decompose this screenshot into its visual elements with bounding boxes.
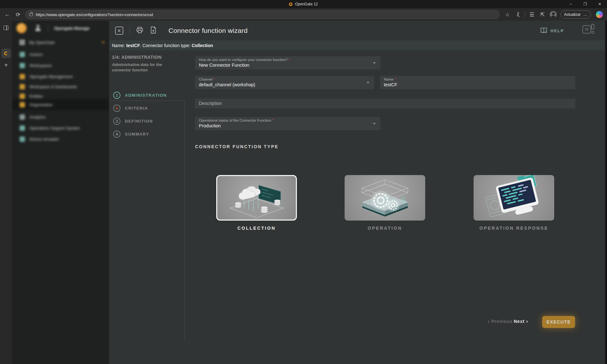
operational-status-select[interactable]: Operational status of the Connector Func… [195, 117, 380, 130]
export-document-icon[interactable] [150, 27, 156, 35]
close-wizard-icon[interactable]: ✕ [115, 27, 123, 35]
channel-select[interactable]: Channel* default_channel (workshop) [195, 76, 374, 89]
print-icon[interactable] [136, 27, 143, 35]
tab-panel-icon[interactable] [2, 24, 10, 32]
sidebar-item-operations-support[interactable]: Operations Support System [12, 123, 109, 133]
sidebar-item-workspace-dashboards[interactable]: Workspace & Dashboards [12, 82, 109, 92]
subtitle-name-label: Name: [112, 43, 126, 48]
svg-text:?: ? [545, 31, 546, 34]
sidebar-item-workspaces[interactable]: Workspaces [12, 60, 109, 70]
device-emulator-icon [20, 136, 25, 142]
step-criteria[interactable]: ✕ CRITERIA [113, 105, 148, 112]
description-placeholder: Description [199, 99, 572, 108]
browser-essentials-icon[interactable]: ξ [513, 11, 524, 18]
toolbar-divider [525, 12, 525, 17]
opengate-favicon-icon [289, 3, 292, 6]
previous-button[interactable]: ‹ Previous [488, 318, 512, 324]
step-4-circle: 4 [113, 130, 120, 138]
step-1-circle: 1 [113, 92, 120, 99]
favorites-star-icon[interactable]: ☆ [502, 11, 513, 18]
dashboards-icon [20, 84, 25, 89]
step-description: Administrative data for the connector fu… [112, 62, 178, 73]
restore-button[interactable]: ❐ [578, 0, 592, 8]
screen: OpenGate 12 – ❐ ✕ ← ⟳ https://www.openga… [0, 0, 607, 364]
step-definition[interactable]: 3 DEFINITION [113, 118, 153, 125]
sidebar-item-actions[interactable]: Actions [12, 49, 109, 59]
wizard-title: Connector function wizard [169, 27, 248, 34]
lock-icon [29, 13, 33, 16]
wizard-subtitle-bar: Name: testCF. Connector function type: C… [109, 40, 605, 50]
minimize-button[interactable]: – [563, 0, 578, 8]
user-icon[interactable] [35, 25, 41, 31]
step-summary[interactable]: 4 SUMMARY [113, 130, 149, 138]
profile-avatar[interactable] [550, 11, 557, 18]
grid-icon [20, 40, 25, 45]
next-button[interactable]: Next › [514, 318, 528, 324]
description-input[interactable]: Description [195, 99, 575, 108]
new-tab-plus-icon[interactable]: + [2, 61, 10, 69]
type-card-operation-response[interactable] [474, 175, 554, 221]
share-icon[interactable]: ⇱ [537, 11, 548, 18]
step-administration[interactable]: 1 ADMINISTRATION [113, 92, 167, 99]
help-button[interactable]: ? HELP [540, 21, 564, 40]
back-icon[interactable]: ← [2, 11, 13, 18]
management-icon [20, 74, 25, 79]
address-bar[interactable]: https://www.opengate.es/configurations?s… [25, 10, 500, 19]
required-asterisk: * [272, 118, 273, 122]
add-icon[interactable]: + [102, 39, 105, 45]
help-book-icon: ? [540, 27, 548, 34]
configure-mode-select[interactable]: How do you want to configure your connec… [195, 56, 380, 70]
execute-button[interactable]: EXECUTE [542, 316, 575, 328]
tab-title: OpenGate 12 [295, 2, 318, 6]
sidebar-item-opengate-management[interactable]: Opengate Management [12, 71, 109, 82]
sidebar-item-my-opengate[interactable]: My OpenGate + [12, 37, 109, 47]
function-device-icon[interactable]: fx [582, 25, 595, 37]
update-browser-button[interactable]: Actualizar … [561, 10, 591, 19]
opengate-logo-icon [4, 52, 8, 55]
operation-illustration [345, 175, 425, 221]
nav-divider-horizontal [109, 100, 184, 101]
collections-icon[interactable]: ☰ [526, 11, 537, 18]
step-2-error-circle: ✕ [113, 105, 120, 112]
channel-value: default_channel (workshop) [199, 82, 371, 87]
copilot-icon[interactable] [596, 11, 603, 18]
type-card-operation[interactable] [345, 175, 425, 221]
reload-icon[interactable]: ⟳ [13, 11, 23, 18]
workspace-title: Opengate Manage [54, 26, 89, 31]
organization-icon [20, 102, 25, 107]
subtitle-name-value: testCF [126, 43, 140, 48]
analytics-icon [20, 114, 25, 120]
type-card-collection[interactable] [216, 175, 297, 221]
sidebar-header: Opengate Manage [12, 21, 109, 35]
wizard-footer: ‹ Previous Next › EXECUTE [109, 313, 605, 332]
app-sidebar: Opengate Manage My OpenGate + Actions Wo… [12, 21, 109, 364]
entities-icon [20, 94, 25, 99]
active-site-icon[interactable] [1, 49, 11, 58]
toolbar-right: ☆ ξ ☰ ⇱ Actualizar … [502, 10, 606, 19]
name-input[interactable]: Name* testCF [380, 76, 575, 89]
sidebar-item-organization[interactable]: Organization [12, 99, 109, 110]
chevron-down-icon [373, 62, 376, 64]
oss-icon [20, 125, 25, 131]
required-asterisk: * [213, 77, 215, 81]
sidebar-item-device-emulator[interactable]: Device emulator [12, 134, 109, 144]
browser-side-strip: + [0, 21, 12, 364]
workspaces-icon [20, 63, 25, 68]
window-right-edge [605, 21, 607, 364]
operation-response-illustration [474, 175, 554, 221]
nav-divider-vertical [184, 100, 185, 341]
type-label-operation-response: OPERATION RESPONSE [474, 226, 554, 231]
configure-mode-value: New Connector Function [199, 63, 377, 68]
more-options-icon[interactable]: … [583, 12, 587, 17]
browser-toolbar: ← ⟳ https://www.opengate.es/configuratio… [0, 8, 607, 21]
org-avatar[interactable] [16, 23, 27, 33]
actions-icon [20, 52, 25, 57]
window-controls: – ❐ ✕ [563, 0, 607, 8]
name-value: testCF [384, 82, 572, 87]
sidebar-item-analytics[interactable]: Analytics [12, 112, 109, 122]
chevron-right-icon: › [526, 318, 528, 324]
close-window-button[interactable]: ✕ [592, 0, 607, 8]
status-value: Production [199, 123, 377, 128]
chevron-down-icon [366, 82, 370, 83]
required-asterisk: * [395, 77, 396, 81]
